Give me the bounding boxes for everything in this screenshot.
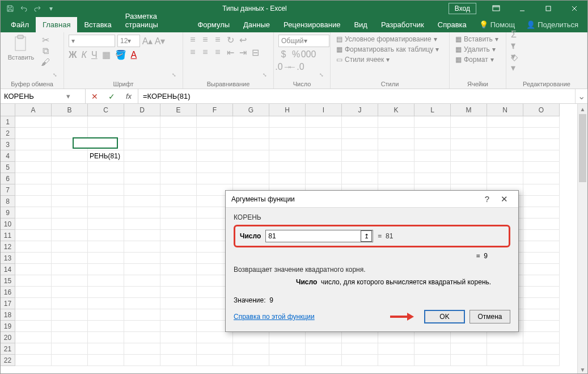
cell[interactable] (523, 218, 560, 230)
thousands-icon[interactable]: 000 (303, 49, 314, 60)
cell[interactable] (342, 173, 378, 184)
cell[interactable] (88, 355, 124, 366)
cell[interactable] (523, 275, 560, 287)
cell[interactable] (523, 321, 560, 332)
inc-decimal-icon[interactable]: .0→ (278, 62, 289, 72)
cell[interactable] (124, 218, 160, 230)
enter-formula-icon[interactable]: ✓ (105, 90, 119, 103)
dec-indent-icon[interactable]: ⇤ (225, 47, 235, 57)
cell[interactable] (124, 287, 160, 298)
row-header-6[interactable]: 6 (1, 173, 15, 184)
cell[interactable] (197, 128, 233, 139)
clear-icon[interactable]: ◇ ▾ (511, 57, 521, 68)
cell[interactable] (52, 230, 88, 241)
formula-input[interactable] (138, 89, 575, 103)
inc-indent-icon[interactable]: ⇥ (238, 47, 248, 57)
cell[interactable] (342, 150, 378, 162)
cell[interactable] (124, 230, 160, 241)
tab-home[interactable]: Главная (36, 17, 77, 32)
col-header-H[interactable]: H (269, 104, 306, 116)
name-box[interactable]: ▾ (1, 89, 86, 103)
cell[interactable] (160, 343, 197, 355)
cell[interactable] (15, 264, 52, 275)
cell[interactable] (197, 343, 233, 355)
cell[interactable] (197, 355, 233, 366)
cell[interactable] (269, 116, 306, 128)
cell[interactable] (414, 332, 451, 343)
col-header-L[interactable]: L (414, 104, 451, 116)
cell[interactable] (306, 116, 342, 128)
cell[interactable] (160, 309, 197, 321)
tab-formulas[interactable]: Формулы (191, 17, 236, 32)
row-header-21[interactable]: 21 (1, 343, 15, 355)
cell[interactable] (52, 162, 88, 173)
row-header-18[interactable]: 18 (1, 309, 15, 321)
cell[interactable] (124, 173, 160, 184)
cell[interactable] (197, 116, 233, 128)
cell[interactable] (15, 332, 52, 343)
dec-decimal-icon[interactable]: ←.0 (291, 62, 301, 72)
cell[interactable] (451, 355, 487, 366)
clipboard-launcher-icon[interactable]: ⤡ (53, 72, 57, 78)
cell[interactable] (523, 264, 560, 275)
cell[interactable] (378, 139, 414, 150)
row-header-19[interactable]: 19 (1, 321, 15, 332)
italic-button[interactable]: К (81, 50, 86, 60)
col-header-G[interactable]: G (233, 104, 269, 116)
row-header-14[interactable]: 14 (1, 264, 15, 275)
tab-insert[interactable]: Вставка (77, 17, 118, 32)
font-size-select[interactable]: 12 ▾ (117, 35, 140, 47)
cell[interactable] (15, 253, 52, 264)
cell[interactable] (15, 321, 52, 332)
cell[interactable] (487, 150, 523, 162)
align-right-icon[interactable]: ≡ (213, 47, 223, 57)
cell[interactable] (378, 332, 414, 343)
cell[interactable] (160, 275, 197, 287)
align-bot-icon[interactable]: ≡ (213, 35, 223, 45)
col-header-M[interactable]: M (451, 104, 487, 116)
cell[interactable] (124, 321, 160, 332)
cell[interactable] (160, 230, 197, 241)
cell[interactable] (160, 218, 197, 230)
cell[interactable] (523, 128, 560, 139)
cell[interactable] (523, 287, 560, 298)
cell[interactable] (414, 116, 451, 128)
fill-color-icon[interactable]: 🪣 (115, 49, 126, 60)
cell[interactable] (523, 139, 560, 150)
cell[interactable] (197, 162, 233, 173)
cell[interactable] (52, 184, 88, 196)
cell[interactable] (451, 128, 487, 139)
cell[interactable] (124, 116, 160, 128)
cell[interactable] (160, 298, 197, 309)
cell[interactable] (88, 241, 124, 253)
cell[interactable] (124, 253, 160, 264)
cell[interactable] (88, 321, 124, 332)
cell[interactable] (52, 275, 88, 287)
cell[interactable] (451, 150, 487, 162)
cell[interactable] (160, 139, 197, 150)
cell[interactable] (160, 162, 197, 173)
copy-icon[interactable]: ⧉ (40, 46, 50, 56)
cell[interactable] (378, 150, 414, 162)
row-header-4[interactable]: 4 (1, 150, 15, 162)
cell[interactable] (378, 355, 414, 366)
cell[interactable] (306, 128, 342, 139)
cell[interactable] (15, 309, 52, 321)
cell[interactable] (88, 332, 124, 343)
cell[interactable] (523, 207, 560, 218)
cell[interactable] (523, 150, 560, 162)
row-header-9[interactable]: 9 (1, 207, 15, 218)
cell[interactable] (487, 355, 523, 366)
cell-styles-button[interactable]: ▭Стили ячеек ▾ (335, 55, 445, 64)
cell[interactable] (124, 196, 160, 207)
cancel-button[interactable]: Отмена (469, 310, 510, 323)
paste-button[interactable]: Вставить (5, 35, 37, 61)
cell[interactable] (52, 264, 88, 275)
col-header-N[interactable]: N (487, 104, 523, 116)
cell[interactable]: РЕНЬ(81) (88, 150, 124, 162)
cell[interactable] (88, 253, 124, 264)
cell[interactable] (197, 332, 233, 343)
save-icon[interactable] (4, 2, 16, 15)
cell[interactable] (15, 218, 52, 230)
scroll-down-icon[interactable]: ▼ (578, 364, 587, 374)
